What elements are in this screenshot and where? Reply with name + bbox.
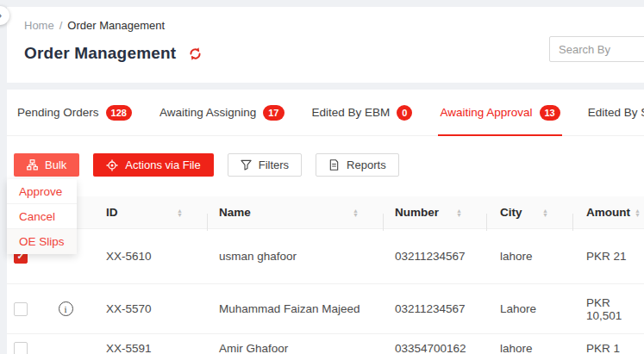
- breadcrumb-current: Order Management: [67, 19, 165, 32]
- column-header-city[interactable]: City ▲▼: [486, 206, 572, 219]
- row-checkbox[interactable]: [14, 342, 28, 354]
- orders-panel: Pending Orders 128 Awaiting Assigning 17…: [7, 90, 644, 354]
- cell-id: XX-5570: [93, 302, 207, 315]
- cell-id: XX-5610: [93, 250, 207, 263]
- column-header-id[interactable]: ID ▲▼: [93, 206, 207, 219]
- tab-edited-by-ebm[interactable]: Edited By EBM 0: [312, 90, 413, 135]
- tab-count-badge: 128: [106, 105, 132, 121]
- column-header-number[interactable]: Number ▲▼: [383, 206, 486, 219]
- search-input[interactable]: [549, 36, 644, 62]
- chevron-right-icon: ›: [0, 9, 2, 22]
- tab-count-badge: 0: [397, 105, 412, 121]
- cell-amount: PKR 21: [572, 250, 644, 263]
- cell-id: XX-5591: [93, 342, 207, 354]
- sort-icon[interactable]: ▲▼: [635, 208, 641, 217]
- tab-awaiting-approval[interactable]: Awaiting Approval 13: [440, 90, 560, 135]
- cell-city: lahore: [486, 342, 572, 354]
- tab-awaiting-assigning[interactable]: Awaiting Assigning 17: [159, 90, 284, 135]
- apartment-icon: [27, 159, 38, 171]
- cell-city: Lahore: [486, 302, 572, 315]
- breadcrumb: Home / Order Management: [24, 19, 644, 32]
- sort-icon[interactable]: ▲▼: [542, 208, 548, 217]
- cell-name: usman ghafoor: [207, 250, 383, 263]
- info-circle-icon[interactable]: i: [59, 301, 73, 316]
- table-header-row: ID ▲▼ Name ▲▼ Number ▲▼ City ▲▼ Amount ▲…: [7, 196, 644, 229]
- sort-icon[interactable]: ▲▼: [456, 208, 462, 217]
- cell-number: 03211234567: [383, 302, 486, 315]
- table-row: XX-5591 Amir Ghafoor 03354700162 lahore …: [7, 334, 644, 354]
- bulk-dropdown-menu: Approve Cancel OE Slips: [7, 179, 77, 254]
- cell-amount: PKR 10,501: [572, 296, 644, 322]
- breadcrumb-separator: /: [59, 19, 63, 32]
- sort-icon[interactable]: ▲▼: [353, 208, 359, 217]
- cell-number: 03354700162: [383, 342, 486, 354]
- bulk-menu-cancel[interactable]: Cancel: [7, 204, 77, 229]
- tab-edited-by-sm[interactable]: Edited By SM 0: [588, 90, 644, 135]
- cell-city: lahore: [486, 250, 572, 263]
- column-header-name[interactable]: Name ▲▼: [207, 206, 383, 219]
- refresh-icon[interactable]: [188, 47, 203, 61]
- bulk-menu-oe-slips[interactable]: OE Slips: [7, 229, 77, 254]
- orders-table: ID ▲▼ Name ▲▼ Number ▲▼ City ▲▼ Amount ▲…: [7, 196, 644, 354]
- file-icon: [328, 159, 340, 171]
- table-row: ✓ XX-5610 usman ghafoor 03211234567 laho…: [7, 229, 644, 284]
- reports-button[interactable]: Reports: [316, 153, 399, 177]
- filters-button[interactable]: Filters: [228, 153, 302, 177]
- tab-count-badge: 13: [540, 105, 560, 121]
- funnel-icon: [241, 159, 252, 171]
- cell-name: Amir Ghafoor: [207, 342, 383, 354]
- tab-pending-orders[interactable]: Pending Orders 128: [17, 90, 132, 135]
- tab-count-badge: 17: [263, 105, 284, 121]
- sort-icon[interactable]: ▲▼: [177, 208, 183, 217]
- cell-number: 03211234567: [383, 250, 486, 263]
- actions-via-file-button[interactable]: Actions via File: [93, 153, 213, 177]
- toolbar: Bulk Actions via File Filters: [7, 136, 644, 196]
- cell-amount: PKR 1: [572, 342, 644, 354]
- cell-name: Muhammad Faizan Majeed: [207, 302, 383, 315]
- bulk-button[interactable]: Bulk: [14, 153, 79, 177]
- table-row: i XX-5570 Muhammad Faizan Majeed 0321123…: [7, 284, 644, 334]
- order-status-tabs: Pending Orders 128 Awaiting Assigning 17…: [7, 90, 644, 136]
- column-header-amount[interactable]: Amount ▲▼: [572, 206, 644, 219]
- aim-icon: [106, 159, 118, 171]
- page-title: Order Management: [24, 44, 176, 63]
- row-checkbox[interactable]: [14, 302, 28, 316]
- breadcrumb-home[interactable]: Home: [24, 19, 54, 32]
- bulk-menu-approve[interactable]: Approve: [7, 179, 77, 204]
